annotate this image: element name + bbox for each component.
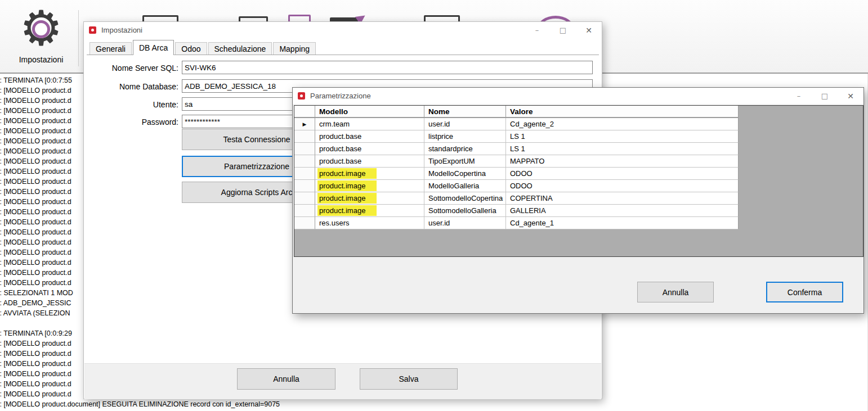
- user-label: Utente:: [88, 100, 178, 109]
- tab-db-arca[interactable]: DB Arca: [133, 40, 174, 55]
- grid-header-nome[interactable]: Nome: [424, 106, 506, 118]
- cell-modello[interactable]: product.base: [315, 155, 424, 168]
- parameters-grid[interactable]: Modello Nome Valore ▶ crm.team user.id C…: [294, 105, 863, 257]
- tab-generali[interactable]: Generali: [90, 42, 132, 55]
- param-titlebar[interactable]: Parametrizzazione – □ ✕: [293, 88, 863, 104]
- close-icon[interactable]: ✕: [838, 88, 863, 104]
- minimize-icon[interactable]: –: [786, 88, 812, 104]
- table-row[interactable]: product.base TipoExportUM MAPPATO: [294, 155, 863, 168]
- table-row[interactable]: product.image ModelloCopertina ODOO: [294, 168, 863, 180]
- settings-save-button[interactable]: Salva: [360, 368, 458, 390]
- table-row[interactable]: product.base standardprice LS 1: [294, 143, 863, 155]
- param-cancel-button[interactable]: Annulla: [637, 282, 714, 302]
- cell-nome[interactable]: SottomodelloGalleria: [424, 205, 506, 217]
- row-selector[interactable]: [294, 168, 315, 180]
- settings-cancel-button[interactable]: Annulla: [237, 368, 335, 390]
- cell-valore[interactable]: GALLERIA: [506, 205, 739, 217]
- cell-modello[interactable]: res.users: [315, 217, 424, 229]
- settings-window-title: Impostazioni: [101, 26, 142, 34]
- highlighted-value: product.image: [317, 180, 377, 191]
- app-icon: [89, 26, 96, 34]
- screen: ⚙ Impostazioni ]: TERMINATA [0:0:7:55 ]:…: [0, 0, 868, 411]
- table-row[interactable]: product.image ModelloGalleria ODOO: [294, 180, 863, 192]
- grid-header-valore[interactable]: Valore: [506, 106, 739, 118]
- parametrization-window: Parametrizzazione – □ ✕ Modello Nome Val…: [292, 87, 864, 314]
- cell-valore[interactable]: LS 1: [506, 143, 739, 155]
- app-icon: [298, 92, 305, 100]
- row-selector[interactable]: [294, 130, 315, 143]
- cell-modello[interactable]: product.image: [315, 192, 424, 205]
- row-selector[interactable]: ▶: [294, 118, 315, 130]
- grid-header-modello[interactable]: Modello: [315, 106, 424, 118]
- current-row-arrow-icon: ▶: [303, 121, 307, 127]
- cell-valore[interactable]: ODOO: [506, 168, 739, 180]
- table-row[interactable]: product.base listprice LS 1: [294, 130, 863, 143]
- settings-footer: [84, 363, 601, 399]
- maximize-icon[interactable]: □: [812, 88, 838, 104]
- cell-nome[interactable]: standardprice: [424, 143, 506, 155]
- cell-nome[interactable]: user.id: [424, 217, 506, 229]
- settings-titlebar[interactable]: Impostazioni – □ ✕: [84, 22, 602, 38]
- table-row[interactable]: res.users user.id Cd_agente_1: [294, 217, 863, 229]
- cell-valore[interactable]: COPERTINA: [506, 192, 739, 205]
- table-row[interactable]: ▶ crm.team user.id Cd_agente_2: [294, 118, 863, 130]
- cell-valore[interactable]: Cd_agente_2: [506, 118, 739, 130]
- cell-modello[interactable]: product.base: [315, 143, 424, 155]
- database-label: Nome Database:: [88, 82, 178, 91]
- cell-nome[interactable]: TipoExportUM: [424, 155, 506, 168]
- table-row[interactable]: product.image SottomodelloGalleria GALLE…: [294, 205, 863, 217]
- tab-schedulazione[interactable]: Schedulazione: [208, 42, 272, 55]
- gear-center-ring: [32, 20, 50, 38]
- cell-nome[interactable]: listprice: [424, 130, 506, 143]
- highlighted-value: product.image: [317, 205, 377, 216]
- row-selector[interactable]: [294, 143, 315, 155]
- cell-modello[interactable]: product.base: [315, 130, 424, 143]
- cell-valore[interactable]: LS 1: [506, 130, 739, 143]
- cell-nome[interactable]: ModelloCopertina: [424, 168, 506, 180]
- cell-modello[interactable]: product.image: [315, 205, 424, 217]
- settings-tabstrip: Generali DB Arca Odoo Schedulazione Mapp…: [90, 40, 317, 55]
- server-input[interactable]: [182, 61, 593, 74]
- toolbar-settings-label: Impostazioni: [6, 55, 77, 64]
- cell-modello[interactable]: product.image: [315, 168, 424, 180]
- gear-icon: ⚙: [6, 2, 77, 54]
- tab-mapping[interactable]: Mapping: [273, 42, 316, 55]
- grid-header-row: Modello Nome Valore: [294, 106, 863, 118]
- toolbar-separator: [78, 10, 79, 66]
- row-selector[interactable]: [294, 155, 315, 168]
- row-selector[interactable]: [294, 217, 315, 229]
- server-label: Nome Server SQL:: [88, 64, 178, 73]
- cell-nome[interactable]: ModelloGalleria: [424, 180, 506, 192]
- cell-modello[interactable]: product.image: [315, 180, 424, 192]
- cell-valore[interactable]: MAPPATO: [506, 155, 739, 168]
- toolbar-settings-button[interactable]: ⚙ Impostazioni: [6, 2, 77, 70]
- cell-nome[interactable]: user.id: [424, 118, 506, 130]
- cell-modello[interactable]: crm.team: [315, 118, 424, 130]
- minimize-icon[interactable]: –: [524, 22, 550, 38]
- param-confirm-button[interactable]: Conferma: [766, 282, 843, 302]
- row-selector[interactable]: [294, 192, 315, 205]
- cell-valore[interactable]: ODOO: [506, 180, 739, 192]
- cell-valore[interactable]: Cd_agente_1: [506, 217, 739, 229]
- table-row[interactable]: product.image SottomodelloCopertina COPE…: [294, 192, 863, 205]
- highlighted-value: product.image: [317, 168, 377, 179]
- password-label: Password:: [88, 118, 178, 127]
- highlighted-value: product.image: [317, 193, 377, 204]
- close-icon[interactable]: ✕: [576, 22, 602, 38]
- log-line: ]: [MODELLO product.document] ESEGUITA E…: [0, 399, 673, 409]
- cell-nome[interactable]: SottomodelloCopertina: [424, 192, 506, 205]
- row-selector[interactable]: [294, 180, 315, 192]
- maximize-icon[interactable]: □: [550, 22, 576, 38]
- tab-odoo[interactable]: Odoo: [175, 42, 207, 55]
- param-window-title: Parametrizzazione: [310, 92, 371, 100]
- grid-header-selector: [294, 106, 315, 118]
- row-selector[interactable]: [294, 205, 315, 217]
